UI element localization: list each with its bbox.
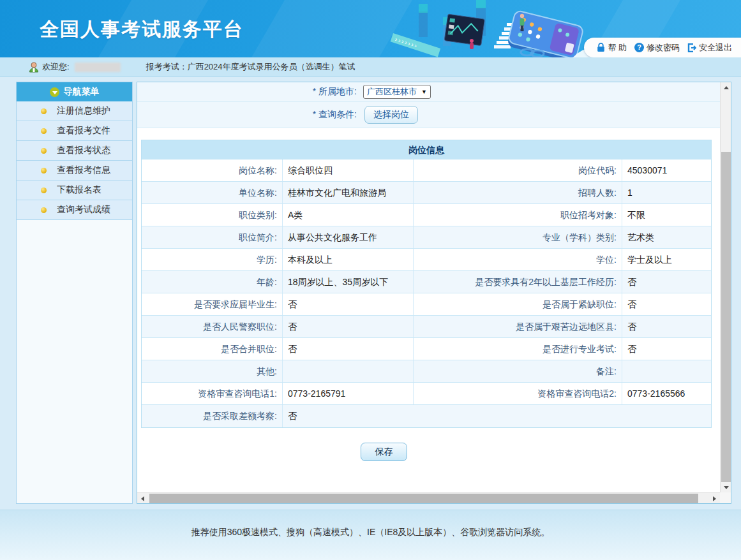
sidebar-item[interactable]: 查看报考状态 (17, 141, 132, 161)
change-password-label: 修改密码 (647, 42, 680, 54)
table-row: 其他:备注: (142, 360, 711, 383)
chevron-down-icon: ▼ (421, 89, 427, 95)
query-label: * 查询条件: (137, 109, 357, 121)
city-select-value: 广西区桂林市 (367, 86, 417, 98)
field-label: 备注: (413, 360, 622, 382)
scroll-left-button[interactable] (137, 493, 148, 504)
horizontal-scrollbar[interactable] (137, 492, 720, 503)
table-title: 岗位信息 (142, 140, 711, 159)
save-button[interactable]: 保存 (361, 443, 407, 461)
bullet-icon (41, 188, 47, 193)
field-label: 是否属于艰苦边远地区县: (413, 316, 622, 337)
field-label: 是否要求具有2年以上基层工作经历: (413, 271, 622, 293)
field-value: 0773-2165566 (622, 383, 711, 404)
content-area: * 所属地市: 广西区桂林市 ▼ * 查询条件: 选择岗位 岗位信息 岗位名称:… (137, 82, 720, 492)
vertical-scrollbar[interactable] (720, 82, 731, 492)
triangle-right-icon (713, 496, 716, 501)
field-label: 岗位代码: (413, 159, 622, 181)
nav-toggle-icon (50, 87, 59, 97)
field-value: 1 (622, 182, 711, 203)
page-footer: 推荐使用360极速模式、搜狗（高速模式）、IE（IE8及以上版本）、谷歌浏览器访… (0, 510, 741, 560)
app-header: ››››››› (0, 0, 741, 57)
content-panel: * 所属地市: 广西区桂林市 ▼ * 查询条件: 选择岗位 岗位信息 岗位名称:… (137, 82, 731, 504)
field-value: 本科及以上 (282, 249, 413, 270)
sidebar-item-label: 注册信息维护 (57, 105, 110, 117)
sidebar-item-label: 查看报考文件 (57, 125, 110, 136)
sidebar-item-label: 查看报考信息 (57, 165, 110, 176)
sidebar-header-label: 导航菜单 (64, 86, 100, 98)
sidebar-item[interactable]: 下载报名表 (17, 181, 132, 200)
scrollbar-corner (720, 492, 731, 503)
question-icon: ? (634, 43, 644, 52)
field-label: 是否采取差额考察: (142, 405, 282, 427)
field-label: 学历: (142, 249, 282, 270)
field-value: 否 (622, 338, 711, 360)
field-value (282, 360, 413, 382)
field-label: 是否进行专业考试: (413, 338, 622, 360)
table-row: 岗位名称:综合职位四岗位代码:45030071 (142, 159, 711, 182)
horizontal-scroll-thumb[interactable] (149, 494, 698, 503)
triangle-left-icon (141, 496, 144, 501)
field-label: 岗位名称: (142, 159, 282, 181)
logout-label: 安全退出 (699, 42, 732, 54)
help-button[interactable]: 帮 助 (597, 42, 627, 54)
field-label: 学位: (413, 249, 622, 270)
sidebar-header[interactable]: 导航菜单 (17, 82, 132, 101)
select-position-button[interactable]: 选择岗位 (364, 106, 418, 124)
table-row: 职位类别:A类职位招考对象:不限 (142, 204, 711, 226)
bullet-icon (41, 207, 47, 213)
table-row: 是否要求应届毕业生:否是否属于紧缺职位:否 (142, 293, 711, 316)
sidebar-item[interactable]: 查询考试成绩 (17, 200, 132, 220)
bullet-icon (41, 108, 47, 114)
field-label: 是否人民警察职位: (142, 316, 282, 337)
sidebar-item-label: 查询考试成绩 (57, 204, 110, 216)
change-password-button[interactable]: ? 修改密码 (634, 42, 680, 54)
field-value: 学士及以上 (622, 249, 711, 270)
field-value: 艺术类 (622, 226, 711, 248)
field-value: 否 (622, 293, 711, 315)
field-value (622, 360, 711, 382)
field-value: 否 (282, 293, 413, 315)
field-value: 18周岁以上、35周岁以下 (282, 271, 413, 293)
bullet-icon (41, 128, 47, 134)
field-value: 否 (282, 405, 711, 427)
field-value: 桂林市文化广电和旅游局 (282, 182, 413, 203)
welcome-bar: 欢迎您: 报考考试：广西2024年度考试录用公务员（选调生）笔试 (0, 57, 741, 77)
field-label: 年龄: (142, 271, 282, 293)
field-label: 职位简介: (142, 226, 282, 248)
sidebar-item[interactable]: 查看报考信息 (17, 161, 132, 181)
scroll-down-button[interactable] (721, 482, 731, 492)
city-label: * 所属地市: (137, 86, 357, 98)
logout-button[interactable]: 安全退出 (687, 42, 732, 54)
field-label: 其他: (142, 360, 282, 382)
field-value: 不限 (622, 204, 711, 226)
field-label: 资格审查咨询电话2: (413, 383, 622, 404)
table-row: 学历:本科及以上学位:学士及以上 (142, 249, 711, 271)
sidebar-menu: 注册信息维护查看报考文件查看报考状态查看报考信息下载报名表查询考试成绩 (17, 101, 132, 220)
vertical-scroll-thumb[interactable] (721, 152, 731, 482)
triangle-down-icon (724, 486, 729, 489)
sidebar-item[interactable]: 注册信息维护 (17, 101, 132, 121)
scroll-up-button[interactable] (721, 82, 731, 92)
scroll-right-button[interactable] (709, 493, 720, 504)
field-value: A类 (282, 204, 413, 226)
field-label: 资格审查咨询电话1: (142, 383, 282, 404)
field-value: 0773-2165791 (282, 383, 413, 404)
table-row: 资格审查咨询电话1:0773-2165791资格审查咨询电话2:0773-216… (142, 383, 711, 405)
table-row: 职位简介:从事公共文化服务工作专业（学科）类别:艺术类 (142, 226, 711, 249)
table-row: 是否采取差额考察:否 (142, 405, 711, 427)
field-label: 招聘人数: (413, 182, 622, 203)
table-row: 是否合并职位:否是否进行专业考试:否 (142, 338, 711, 360)
field-label: 是否要求应届毕业生: (142, 293, 282, 315)
position-table-body: 岗位名称:综合职位四岗位代码:45030071单位名称:桂林市文化广电和旅游局招… (142, 159, 711, 427)
help-label: 帮 助 (608, 42, 627, 54)
query-form-row: * 查询条件: 选择岗位 (137, 102, 720, 128)
city-select[interactable]: 广西区桂林市 ▼ (363, 85, 431, 99)
field-label: 是否属于紧缺职位: (413, 293, 622, 315)
save-row: 保存 (137, 443, 720, 461)
lock-icon (597, 43, 605, 52)
sidebar: 导航菜单 注册信息维护查看报考文件查看报考状态查看报考信息下载报名表查询考试成绩 (16, 82, 133, 504)
header-illustration: ››››››› (382, 0, 599, 57)
field-value: 45030071 (622, 159, 711, 181)
sidebar-item[interactable]: 查看报考文件 (17, 121, 132, 141)
